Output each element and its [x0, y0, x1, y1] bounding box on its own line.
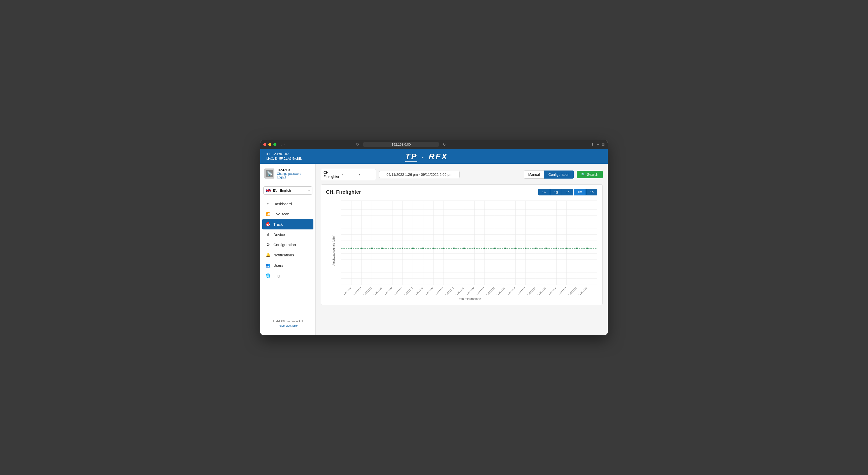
- dropdown-arrow-icon: ▾: [308, 189, 310, 192]
- configuration-button[interactable]: Configuration: [544, 171, 574, 179]
- chart-icon: 📶: [265, 212, 271, 216]
- search-label: Search: [587, 173, 598, 177]
- svg-rect-72: [515, 247, 516, 249]
- date-range-display[interactable]: 09/11/2022 1:26 pm - 09/11/2022 2:00 pm: [379, 171, 460, 178]
- svg-rect-78: [576, 247, 578, 249]
- sidebar-item-users[interactable]: 👥 Users: [260, 260, 315, 270]
- change-password-link[interactable]: Change password: [277, 172, 301, 176]
- channel-value: CH. Firefighter: [323, 171, 339, 179]
- chart-card: CH. Firefighter 1w 1g 1h 1m 1s Ampiezza …: [321, 184, 603, 305]
- svg-rect-76: [556, 247, 557, 249]
- chart-title: CH. Firefighter: [326, 189, 361, 195]
- time-btn-1g[interactable]: 1g: [550, 189, 561, 196]
- x-labels: 2022-11-09 13:35 2022-11-09 13:36 2022-1…: [341, 287, 588, 295]
- footer-line1: TP-RFX® is a product of: [273, 320, 303, 323]
- configuration-label: Configuration: [273, 242, 296, 247]
- dashboard-label: Dashboard: [273, 202, 292, 206]
- app-window: ‹ › 🛡 192.168.0.80 ↻ ⬆ + ⊡ IP: 192.168.0…: [260, 140, 608, 335]
- svg-rect-75: [546, 247, 547, 249]
- sidebar-icon[interactable]: ⊡: [602, 143, 605, 146]
- config-icon: ⚙: [265, 242, 271, 247]
- live-scan-label: Live scan: [273, 212, 289, 216]
- chart-area: Ampiezza segnale (dBm): [326, 200, 597, 301]
- sidebar-footer: TP-RFX® is a product of Teleproject Srl®: [260, 316, 315, 331]
- manual-button[interactable]: Manual: [524, 171, 544, 179]
- close-button[interactable]: [263, 143, 266, 146]
- sidebar: 📡 TP-RFX Change password Logout 🇬🇧 EN - …: [260, 164, 316, 335]
- sidebar-item-dashboard[interactable]: ⌂ Dashboard: [260, 199, 315, 209]
- svg-rect-79: [587, 247, 588, 249]
- home-icon: ⌂: [265, 202, 271, 206]
- svg-rect-66: [453, 247, 455, 249]
- svg-rect-74: [535, 247, 537, 249]
- app-logo: TP - RFX: [405, 152, 448, 161]
- channel-selector[interactable]: CH. Firefighter × ▾: [321, 169, 376, 180]
- svg-text:2022-11-09 13:35: 2022-11-09 13:35: [341, 287, 342, 295]
- ip-label: IP: 192.168.0.80: [266, 152, 302, 156]
- search-button[interactable]: 🔍 Search: [577, 171, 603, 178]
- svg-rect-68: [474, 247, 475, 249]
- svg-rect-61: [402, 247, 404, 249]
- sidebar-item-log[interactable]: 🌐 Log: [260, 270, 315, 281]
- titlebar: ‹ › 🛡 192.168.0.80 ↻ ⬆ + ⊡: [260, 140, 608, 149]
- logout-link[interactable]: Logout: [277, 176, 301, 179]
- svg-rect-64: [433, 247, 434, 249]
- teleproject-link[interactable]: Teleproject Srl®: [278, 324, 298, 327]
- users-label: Users: [273, 263, 283, 267]
- chart-svg: 0 -10 -20 -30: [341, 200, 597, 295]
- new-tab-icon[interactable]: +: [597, 143, 599, 146]
- chart-svg-container: 0 -10 -20 -30: [341, 200, 597, 301]
- sidebar-item-configuration[interactable]: ⚙ Configuration: [260, 239, 315, 250]
- app-body: 📡 TP-RFX Change password Logout 🇬🇧 EN - …: [260, 164, 608, 335]
- svg-rect-73: [525, 247, 526, 249]
- back-icon[interactable]: ‹: [280, 143, 282, 147]
- app-header: IP: 192.168.0.80 MAC: E4:5F:01:A6:5A:BE:…: [260, 149, 608, 164]
- svg-rect-77: [566, 247, 567, 249]
- svg-rect-71: [504, 247, 506, 249]
- time-btn-1s[interactable]: 1s: [586, 189, 597, 196]
- address-bar[interactable]: 192.168.0.80: [363, 142, 439, 147]
- main-content: CH. Firefighter × ▾ 09/11/2022 1:26 pm -…: [316, 164, 608, 335]
- users-icon: 👥: [265, 263, 271, 268]
- svg-rect-67: [463, 247, 465, 249]
- logo-text: TP - RFX: [405, 152, 448, 161]
- shield-icon: 🛡: [356, 143, 359, 146]
- svg-rect-60: [392, 247, 393, 249]
- channel-dropdown-icon[interactable]: ▾: [359, 173, 373, 176]
- language-selector[interactable]: 🇬🇧 EN - English ▾: [263, 186, 312, 195]
- time-btn-1m[interactable]: 1m: [574, 189, 586, 196]
- titlebar-actions: ⬆ + ⊡: [591, 143, 605, 146]
- forward-icon: ›: [284, 143, 285, 147]
- x-axis-label: Data misurazione: [341, 297, 597, 301]
- brand-text: TP-RFX Change password Logout: [277, 168, 301, 179]
- log-label: Log: [273, 273, 280, 278]
- brand-icon: 📡: [264, 169, 274, 179]
- chart-header: CH. Firefighter 1w 1g 1h 1m 1s: [326, 189, 597, 196]
- sidebar-item-live-scan[interactable]: 📶 Live scan: [260, 209, 315, 219]
- target-icon: 🎯: [265, 222, 271, 227]
- sidebar-item-notifications[interactable]: 🔔 Notifications: [260, 250, 315, 260]
- mode-toggle: Manual Configuration: [524, 171, 574, 179]
- notifications-label: Notifications: [273, 253, 294, 257]
- time-btn-1w[interactable]: 1w: [538, 189, 550, 196]
- time-btn-1h[interactable]: 1h: [562, 189, 573, 196]
- language-label: EN - English: [273, 189, 307, 192]
- svg-rect-62: [412, 247, 413, 249]
- svg-rect-80: [597, 247, 597, 249]
- maximize-button[interactable]: [273, 143, 276, 146]
- clear-channel-icon[interactable]: ×: [341, 173, 356, 177]
- sidebar-item-track[interactable]: 🎯 Track: [262, 219, 313, 230]
- minimize-button[interactable]: [268, 143, 271, 146]
- share-icon[interactable]: ⬆: [591, 143, 594, 146]
- svg-rect-65: [443, 247, 444, 249]
- globe-icon: 🌐: [265, 273, 271, 278]
- device-info: IP: 192.168.0.80 MAC: E4:5F:01:A6:5A:BE:: [266, 152, 302, 161]
- device-label: Device: [273, 233, 285, 237]
- reload-icon[interactable]: ↻: [443, 143, 446, 147]
- sidebar-item-device[interactable]: 🖥 Device: [260, 230, 315, 239]
- brand-name: TP-RFX: [277, 168, 301, 172]
- track-label: Track: [273, 222, 283, 227]
- svg-rect-57: [361, 247, 363, 249]
- svg-text:2022-11-09 13:36: 2022-11-09 13:36: [341, 287, 352, 295]
- svg-text:📡: 📡: [267, 171, 273, 177]
